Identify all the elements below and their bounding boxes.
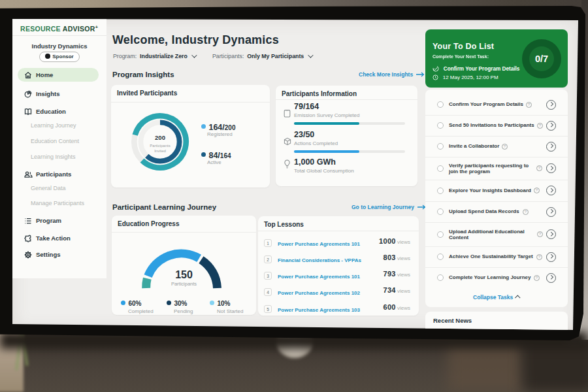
svg-text:Participants: Participants (150, 144, 170, 148)
svg-text:Invited: Invited (154, 149, 166, 153)
svg-text:200: 200 (155, 134, 165, 141)
